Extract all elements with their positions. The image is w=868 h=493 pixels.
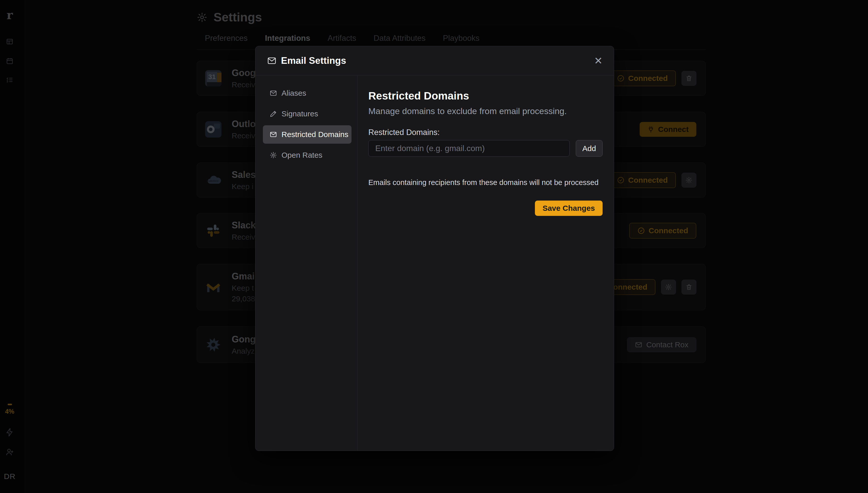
modal-header: Email Settings ✕ — [256, 46, 614, 76]
save-row: Save Changes — [368, 200, 603, 216]
nav-item-restricted-domains[interactable]: Restricted Domains — [263, 125, 351, 144]
restricted-domains-panel: Restricted Domains Manage domains to exc… — [358, 76, 614, 451]
mail-icon — [270, 131, 277, 138]
save-changes-button[interactable]: Save Changes — [535, 200, 603, 216]
nav-item-aliases[interactable]: Aliases — [263, 84, 351, 102]
domain-input[interactable] — [368, 140, 570, 157]
modal-nav: Aliases Signatures Restricted Domains Op… — [256, 76, 358, 451]
pencil-icon — [270, 110, 277, 117]
email-settings-modal: Email Settings ✕ Aliases Signatures Rest… — [255, 46, 614, 451]
close-button[interactable]: ✕ — [594, 56, 603, 66]
modal-body: Aliases Signatures Restricted Domains Op… — [256, 76, 614, 451]
nav-item-open-rates[interactable]: Open Rates — [263, 146, 351, 164]
mail-icon — [270, 90, 277, 97]
gear-icon — [270, 152, 277, 159]
modal-title: Email Settings — [281, 56, 346, 66]
domain-input-row: Add — [368, 140, 603, 157]
mail-icon — [267, 56, 276, 65]
panel-description: Manage domains to exclude from email pro… — [368, 106, 603, 116]
close-icon: ✕ — [594, 55, 603, 66]
add-domain-button[interactable]: Add — [576, 140, 603, 157]
panel-heading: Restricted Domains — [368, 90, 603, 102]
restricted-domains-label: Restricted Domains: — [368, 128, 603, 137]
processing-note: Emails containing recipients from these … — [368, 178, 603, 187]
nav-item-signatures[interactable]: Signatures — [263, 105, 351, 123]
